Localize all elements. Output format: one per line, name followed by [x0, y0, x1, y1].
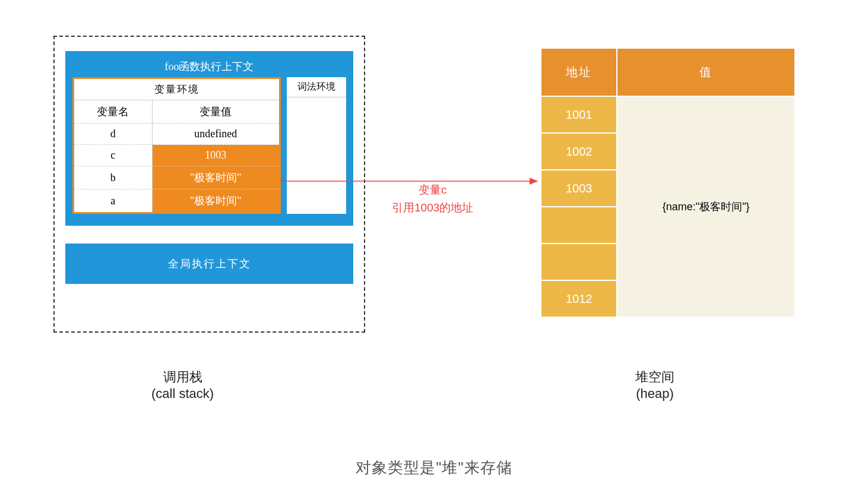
heap-table: 地址 值 1001 {name:"极客时间"} 1002 1003 1012: [540, 48, 796, 318]
heap-caption-line1: 堆空间: [635, 368, 674, 386]
arrow-label: 变量c 引用1003的地址: [392, 181, 473, 217]
heap-header-addr: 地址: [541, 48, 617, 96]
var-table-row: a "极客时间": [74, 189, 279, 213]
global-execution-context: 全局执行上下文: [65, 244, 353, 284]
arrow-label-line1: 变量c: [392, 181, 473, 199]
var-table-row: d undefined: [74, 124, 279, 145]
lexical-environment: 词法环境: [287, 77, 346, 214]
var-name-cell: b: [74, 166, 152, 189]
variable-table: 变量名 变量值 d undefined c 1003 b "极客时间": [74, 100, 279, 212]
heap-addr-cell: [541, 244, 617, 280]
call-stack-caption: 调用栈 (call stack): [151, 368, 214, 402]
variable-environment: 变量环境 变量名 变量值 d undefined c 1003: [72, 77, 281, 214]
heap-container: 地址 值 1001 {name:"极客时间"} 1002 1003 1012: [540, 48, 796, 318]
heap-row: 1001 {name:"极客时间"}: [541, 96, 795, 133]
lex-env-title: 词法环境: [287, 77, 346, 97]
arrow-label-line2: 引用1003的地址: [392, 199, 473, 217]
var-value-cell: undefined: [152, 124, 279, 145]
var-value-cell-highlighted: "极客时间": [152, 189, 279, 213]
foo-context-title: foo函数执行上下文: [72, 56, 346, 77]
var-table-header-row: 变量名 变量值: [74, 100, 279, 124]
heap-header-val: 值: [617, 48, 795, 96]
heap-value-cell: {name:"极客时间"}: [617, 96, 795, 317]
heap-addr-cell: [541, 207, 617, 244]
call-stack-container: foo函数执行上下文 变量环境 变量名 变量值 d undefined c 10…: [53, 36, 365, 333]
heap-caption: 堆空间 (heap): [635, 368, 674, 402]
var-name-cell: a: [74, 189, 152, 213]
var-table-row: c 1003: [74, 145, 279, 166]
call-stack-caption-line1: 调用栈: [151, 368, 214, 386]
heap-addr-cell: 1002: [541, 133, 617, 170]
bottom-caption: 对象类型是"堆"来存储: [0, 457, 868, 478]
var-name-cell: d: [74, 124, 152, 145]
foo-execution-context: foo函数执行上下文 变量环境 变量名 变量值 d undefined c 10…: [65, 51, 353, 226]
heap-addr-cell: 1001: [541, 96, 617, 133]
heap-caption-line2: (heap): [635, 386, 674, 402]
var-name-cell: c: [74, 145, 152, 166]
col-value-header: 变量值: [152, 100, 279, 124]
heap-header-row: 地址 值: [541, 48, 795, 96]
var-value-cell-highlighted: 1003: [152, 145, 279, 166]
call-stack-caption-line2: (call stack): [151, 386, 214, 402]
var-value-cell-highlighted: "极客时间": [152, 166, 279, 189]
var-table-row: b "极客时间": [74, 166, 279, 189]
heap-addr-cell: 1003: [541, 170, 617, 207]
var-env-header: 变量环境: [74, 79, 279, 100]
heap-addr-cell: 1012: [541, 280, 617, 317]
col-name-header: 变量名: [74, 100, 152, 124]
environment-row: 变量环境 变量名 变量值 d undefined c 1003: [72, 77, 346, 214]
